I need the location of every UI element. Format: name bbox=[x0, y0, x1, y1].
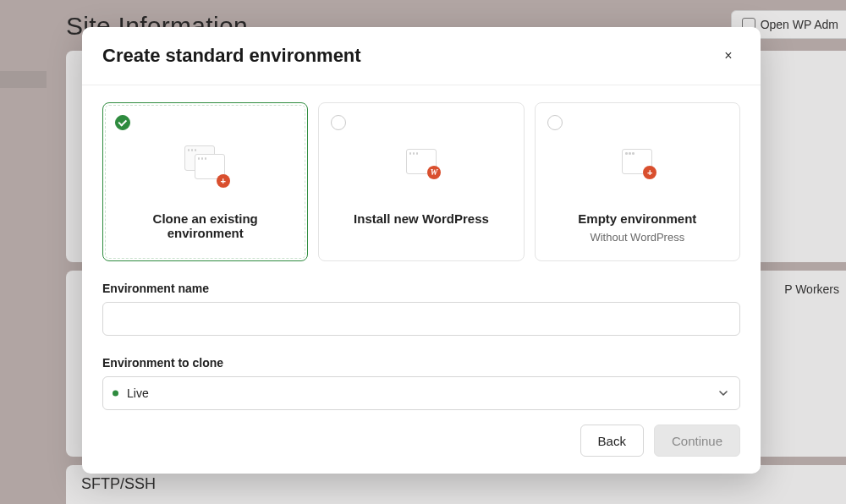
option-title: Install new WordPress bbox=[354, 211, 489, 226]
status-dot-icon bbox=[113, 391, 118, 397]
option-title: Clone an existing environment bbox=[117, 211, 294, 240]
continue-button-label: Continue bbox=[672, 434, 722, 448]
close-button[interactable]: × bbox=[717, 44, 740, 68]
option-empty-environment[interactable]: + Empty environment Without WordPress bbox=[535, 102, 740, 261]
clone-icon: + bbox=[184, 145, 227, 184]
wordpress-icon: W bbox=[400, 145, 442, 184]
modal-header: Create standard environment × bbox=[82, 27, 761, 85]
environment-name-label: Environment name bbox=[102, 282, 740, 295]
environment-to-clone-label: Environment to clone bbox=[102, 356, 740, 370]
continue-button[interactable]: Continue bbox=[654, 425, 740, 457]
option-clone-existing[interactable]: + Clone an existing environment bbox=[102, 102, 308, 261]
back-button-label: Back bbox=[598, 434, 626, 448]
environment-type-options: + Clone an existing environment W Instal… bbox=[102, 102, 740, 261]
environment-to-clone-select-wrap: Live bbox=[102, 376, 740, 410]
environment-to-clone-select[interactable]: Live bbox=[102, 376, 740, 410]
empty-env-icon: + bbox=[616, 145, 658, 184]
modal-body: + Clone an existing environment W Instal… bbox=[82, 85, 761, 410]
option-install-wordpress[interactable]: W Install new WordPress bbox=[318, 102, 524, 261]
plus-badge-icon: + bbox=[217, 174, 230, 188]
option-title: Empty environment bbox=[578, 211, 696, 226]
environment-name-field: Environment name bbox=[102, 282, 740, 336]
environment-to-clone-field: Environment to clone Live bbox=[102, 356, 740, 410]
radio-unselected-icon bbox=[547, 115, 563, 130]
wordpress-badge-icon: W bbox=[427, 166, 441, 179]
selected-environment-label: Live bbox=[127, 386, 149, 400]
back-button[interactable]: Back bbox=[580, 425, 644, 457]
modal-title: Create standard environment bbox=[102, 45, 361, 67]
environment-name-input[interactable] bbox=[102, 302, 740, 336]
close-icon: × bbox=[724, 48, 732, 63]
radio-selected-icon bbox=[115, 115, 130, 130]
modal-footer: Back Continue bbox=[82, 410, 761, 474]
radio-unselected-icon bbox=[331, 115, 346, 130]
option-subtitle: Without WordPress bbox=[590, 231, 684, 244]
plus-badge-icon: + bbox=[643, 166, 656, 179]
chevron-down-icon bbox=[718, 388, 728, 398]
create-environment-modal: Create standard environment × + Clone an… bbox=[82, 27, 761, 474]
